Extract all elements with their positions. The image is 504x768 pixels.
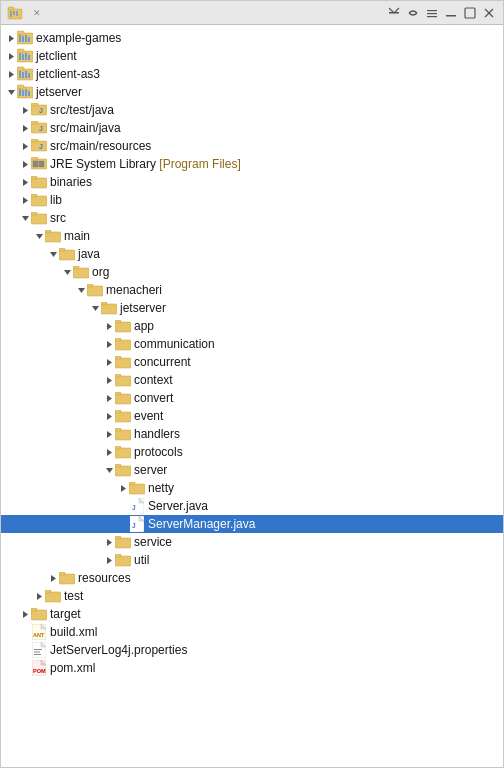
- tree-node-jetserver[interactable]: jetserver: [1, 83, 503, 101]
- svg-rect-72: [59, 250, 75, 260]
- tree-node-jetclient-as3[interactable]: jetclient-as3: [1, 65, 503, 83]
- tree-node-jetserver-pkg[interactable]: jetserver: [1, 299, 503, 317]
- tree-node-concurrent[interactable]: concurrent: [1, 353, 503, 371]
- expand-icon[interactable]: [5, 50, 17, 62]
- tree-node-lib[interactable]: lib: [1, 191, 503, 209]
- view-menu-button[interactable]: [424, 5, 440, 21]
- tree-node-server-java[interactable]: J Server.java: [1, 497, 503, 515]
- svg-text:J: J: [39, 125, 43, 132]
- svg-text:J: J: [39, 143, 43, 150]
- link-with-editor-button[interactable]: [405, 5, 421, 21]
- tree-node-protocols[interactable]: protocols: [1, 443, 503, 461]
- minimize-button[interactable]: [443, 5, 459, 21]
- node-icon-java: J: [129, 516, 145, 532]
- node-icon-folder: [31, 606, 47, 622]
- svg-rect-124: [115, 538, 131, 548]
- tree-node-app[interactable]: app: [1, 317, 503, 335]
- tree-node-java[interactable]: java: [1, 245, 503, 263]
- expand-icon[interactable]: [33, 230, 45, 242]
- expand-icon[interactable]: [103, 446, 115, 458]
- tree-node-jetserverlog4j[interactable]: JetServerLog4j.properties: [1, 641, 503, 659]
- expand-icon[interactable]: [19, 662, 31, 674]
- node-label: service: [134, 535, 172, 549]
- tree-node-build-xml[interactable]: ANT build.xml: [1, 623, 503, 641]
- panel-title-area: ✕: [7, 5, 41, 21]
- tree-node-src[interactable]: src: [1, 209, 503, 227]
- tree-node-target[interactable]: target: [1, 605, 503, 623]
- svg-rect-108: [115, 466, 131, 476]
- tree-node-src-main-resources[interactable]: J src/main/resources: [1, 137, 503, 155]
- expand-icon[interactable]: [19, 626, 31, 638]
- svg-rect-58: [39, 161, 44, 167]
- collapse-all-button[interactable]: [386, 5, 402, 21]
- expand-icon[interactable]: [103, 464, 115, 476]
- expand-icon[interactable]: [19, 122, 31, 134]
- tree-node-servermanager-java[interactable]: J ServerManager.java: [1, 515, 503, 533]
- expand-icon[interactable]: [117, 482, 129, 494]
- tree-node-communication[interactable]: communication: [1, 335, 503, 353]
- tree-node-src-test-java[interactable]: J src/test/java: [1, 101, 503, 119]
- tree-node-binaries[interactable]: binaries: [1, 173, 503, 191]
- tree-node-jetclient[interactable]: jetclient: [1, 47, 503, 65]
- tree-node-org[interactable]: org: [1, 263, 503, 281]
- expand-icon[interactable]: [5, 68, 17, 80]
- expand-icon[interactable]: [19, 140, 31, 152]
- svg-rect-37: [17, 85, 24, 89]
- tree-node-example-games[interactable]: example-games: [1, 29, 503, 47]
- expand-icon[interactable]: [47, 572, 59, 584]
- expand-icon[interactable]: [19, 212, 31, 224]
- svg-rect-3: [13, 11, 15, 15]
- tree-node-server[interactable]: server: [1, 461, 503, 479]
- tree-node-handlers[interactable]: handlers: [1, 425, 503, 443]
- expand-icon[interactable]: [103, 338, 115, 350]
- expand-icon[interactable]: [103, 374, 115, 386]
- tree-node-event[interactable]: event: [1, 407, 503, 425]
- svg-marker-46: [23, 125, 28, 132]
- tree-node-pom-xml[interactable]: POM pom.xml: [1, 659, 503, 677]
- expand-icon[interactable]: [19, 104, 31, 116]
- tree-node-main[interactable]: main: [1, 227, 503, 245]
- expand-icon[interactable]: [33, 590, 45, 602]
- expand-icon[interactable]: [19, 608, 31, 620]
- tree-node-test[interactable]: test: [1, 587, 503, 605]
- node-icon-folder: [31, 192, 47, 208]
- expand-icon[interactable]: [103, 392, 115, 404]
- expand-icon[interactable]: [103, 356, 115, 368]
- tree-node-resources[interactable]: resources: [1, 569, 503, 587]
- expand-icon[interactable]: [19, 194, 31, 206]
- svg-marker-54: [23, 161, 28, 168]
- expand-icon[interactable]: [47, 248, 59, 260]
- expand-icon[interactable]: [103, 554, 115, 566]
- tree-node-src-main-java[interactable]: J src/main/java: [1, 119, 503, 137]
- svg-rect-52: [31, 139, 38, 142]
- expand-icon[interactable]: [19, 644, 31, 656]
- tree-node-convert[interactable]: convert: [1, 389, 503, 407]
- node-icon-folder: [115, 408, 131, 424]
- expand-icon[interactable]: [19, 158, 31, 170]
- expand-icon[interactable]: [117, 500, 129, 512]
- expand-icon[interactable]: [61, 266, 73, 278]
- node-icon-folder: [115, 372, 131, 388]
- node-label: src/test/java: [50, 103, 114, 117]
- expand-icon[interactable]: [103, 410, 115, 422]
- expand-icon[interactable]: [19, 176, 31, 188]
- close-panel-button[interactable]: [481, 5, 497, 21]
- expand-icon[interactable]: [103, 320, 115, 332]
- project-tree[interactable]: example-games jetclient jetclient-as3: [1, 25, 503, 767]
- node-icon-folder: [115, 462, 131, 478]
- expand-icon[interactable]: [89, 302, 101, 314]
- expand-icon[interactable]: [103, 428, 115, 440]
- expand-icon[interactable]: [117, 518, 129, 530]
- expand-icon[interactable]: [5, 32, 17, 44]
- svg-rect-67: [31, 212, 37, 215]
- tree-node-context[interactable]: context: [1, 371, 503, 389]
- tree-node-jre-system-library[interactable]: JRE System Library [Program Files]: [1, 155, 503, 173]
- maximize-button[interactable]: [462, 5, 478, 21]
- expand-icon[interactable]: [103, 536, 115, 548]
- tree-node-menacheri[interactable]: menacheri: [1, 281, 503, 299]
- tree-node-service[interactable]: service: [1, 533, 503, 551]
- expand-icon[interactable]: [75, 284, 87, 296]
- expand-icon[interactable]: [5, 86, 17, 98]
- tree-node-netty[interactable]: netty: [1, 479, 503, 497]
- tree-node-util[interactable]: util: [1, 551, 503, 569]
